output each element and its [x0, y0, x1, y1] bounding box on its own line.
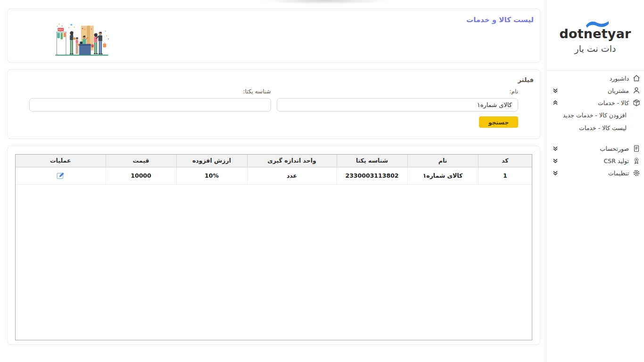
filter-heading: فیلتر: [14, 76, 534, 83]
header-code: کد: [478, 155, 532, 167]
chevron-double-down-icon: [552, 146, 558, 152]
cell-name: کالای شماره۱: [407, 167, 478, 184]
filter-card: فیلتر نام: شناسه یکتا: جستجو: [7, 69, 540, 139]
edit-pencil-icon: [56, 174, 65, 181]
sidebar-item-label: تنظیمات: [608, 170, 629, 177]
sidebar-nav: داشبورد مشتریان: [546, 71, 644, 179]
logo-wordmark: dotnetyar: [559, 27, 631, 40]
sidebar-item-label: کالا - خدمات: [598, 99, 629, 107]
sidebar-item-label: مشتریان: [608, 87, 629, 94]
logo-swoosh-icon: [585, 20, 610, 29]
results-table-wrapper: کد نام شناسه یکتا واحد اندازه گیری ارزش …: [15, 154, 532, 340]
cell-unique-id: 2330003113802: [337, 167, 407, 184]
header-actions: عملیات: [16, 155, 106, 167]
sidebar-item-products-services[interactable]: کالا - خدمات: [546, 97, 644, 109]
sidebar: dotnetyar دات نت یار داشبورد مشتریان: [546, 0, 644, 362]
unique-id-input[interactable]: [29, 98, 271, 112]
sidebar-subitem-label: لیست کالا - خدمات: [579, 124, 627, 132]
main-content: لیست کالا و خدمات SALE: [0, 0, 546, 362]
invoice-icon: [632, 145, 640, 153]
sidebar-item-customers[interactable]: مشتریان: [546, 84, 644, 97]
name-field-group: نام:: [277, 88, 519, 112]
cell-unit: عدد: [247, 167, 337, 184]
gear-icon: [632, 169, 640, 177]
sidebar-item-generate-csr[interactable]: تولید CSR: [546, 155, 644, 167]
sidebar-item-label: داشبورد: [610, 75, 629, 82]
top-overlay-shadow: [262, 0, 388, 4]
sidebar-item-invoices[interactable]: صورتحساب: [546, 142, 644, 155]
results-table: کد نام شناسه یکتا واحد اندازه گیری ارزش …: [16, 155, 532, 185]
sidebar-subitem-list-products[interactable]: لیست کالا - خدمات: [546, 122, 644, 134]
edit-row-button[interactable]: [55, 170, 66, 181]
person-icon: [632, 87, 640, 95]
chevron-double-down-icon: [552, 88, 558, 94]
chevron-double-down-icon: [552, 170, 558, 176]
sidebar-item-settings[interactable]: تنظیمات: [546, 167, 644, 179]
filter-actions: جستجو: [29, 116, 518, 128]
name-input[interactable]: [277, 98, 519, 112]
chevron-double-down-icon: [552, 158, 558, 164]
shopping-illustration: SALE: [52, 21, 111, 58]
award-icon: [632, 157, 640, 165]
sidebar-item-label: صورتحساب: [600, 145, 629, 152]
sidebar-subitem-label: افزودن کالا - خدمات جدید: [563, 112, 627, 119]
header-name: نام: [407, 155, 478, 167]
table-row: 1 کالای شماره۱ 2330003113802 عدد 10% 100…: [16, 167, 532, 184]
package-icon: [632, 99, 640, 107]
logo: dotnetyar دات نت یار: [546, 0, 644, 71]
header-unit: واحد اندازه گیری: [247, 155, 337, 167]
page-title: لیست کالا و خدمات: [466, 16, 534, 24]
home-icon: [632, 74, 640, 82]
sidebar-item-dashboard[interactable]: داشبورد: [546, 72, 644, 84]
table-header-row: کد نام شناسه یکتا واحد اندازه گیری ارزش …: [16, 155, 532, 167]
header-vat: ارزش افزوده: [176, 155, 247, 167]
logo-subtitle: دات نت یار: [575, 43, 616, 54]
unique-id-field-label: شناسه یکتا:: [29, 88, 271, 95]
header-unique-id: شناسه یکتا: [337, 155, 407, 167]
chevron-double-up-icon: [552, 100, 558, 106]
sidebar-subitem-add-product[interactable]: افزودن کالا - خدمات جدید: [546, 109, 644, 122]
sidebar-item-label: تولید CSR: [604, 157, 629, 165]
cell-actions: [16, 167, 106, 184]
svg-text:SALE: SALE: [58, 28, 64, 31]
header-price: قیمت: [106, 155, 176, 167]
name-field-label: نام:: [277, 88, 519, 95]
search-button[interactable]: جستجو: [479, 116, 518, 128]
unique-id-field-group: شناسه یکتا:: [29, 88, 271, 112]
cell-code: 1: [478, 167, 532, 184]
page-header-card: لیست کالا و خدمات SALE: [7, 8, 540, 63]
cell-vat: 10%: [176, 167, 247, 184]
page-layout: dotnetyar دات نت یار داشبورد مشتریان: [0, 0, 644, 362]
filter-form: نام: شناسه یکتا:: [29, 88, 518, 112]
results-card: کد نام شناسه یکتا واحد اندازه گیری ارزش …: [7, 146, 540, 345]
cell-price: 10000: [106, 167, 176, 184]
